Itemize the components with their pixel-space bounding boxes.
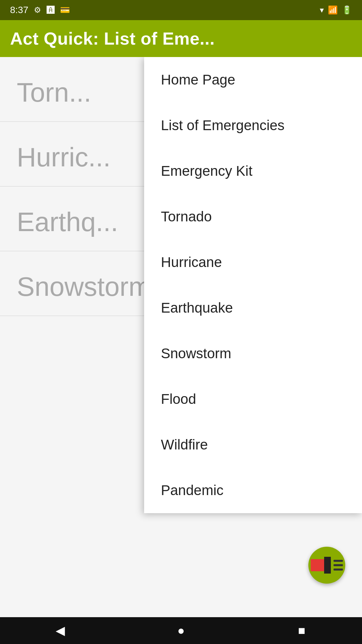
main-content: Torn... Hurric... Earthq... Snowstorm Ho… — [0, 57, 362, 617]
fab-lines — [334, 560, 343, 571]
list-item-text: Hurric... — [17, 142, 111, 172]
dropdown-item-emergency-kit[interactable]: Emergency Kit — [144, 148, 362, 194]
nav-back-button[interactable]: ◀ — [47, 617, 74, 644]
battery-icon: 🔋 — [342, 5, 352, 15]
status-right: ▾ 📶 🔋 — [320, 5, 352, 15]
list-item-text: Snowstorm — [17, 272, 151, 302]
list-item-text: Torn... — [17, 77, 91, 107]
fab-red-block — [311, 559, 324, 571]
dropdown-item-list-of-emergencies[interactable]: List of Emergencies — [144, 103, 362, 148]
wifi-icon: ▾ — [320, 5, 324, 15]
status-bar: 8:37 ⚙ 🅰 💳 ▾ 📶 🔋 — [0, 0, 362, 20]
fab-inner — [311, 557, 343, 574]
dropdown-item-wildfire[interactable]: Wildfire — [144, 422, 362, 468]
status-left: 8:37 ⚙ 🅰 💳 — [10, 5, 70, 15]
fab-button[interactable] — [308, 547, 345, 584]
status-time: 8:37 — [10, 5, 28, 15]
nav-home-button[interactable]: ● — [168, 617, 194, 644]
list-item-text: Earthq... — [17, 207, 118, 237]
dropdown-item-homepage[interactable]: Home Page — [144, 57, 362, 103]
dropdown-item-snowstorm[interactable]: Snowstorm — [144, 331, 362, 376]
dropdown-item-flood[interactable]: Flood — [144, 376, 362, 422]
settings-icon: ⚙ — [34, 5, 41, 15]
dropdown-item-hurricane[interactable]: Hurricane — [144, 239, 362, 285]
signal-icon: 📶 — [328, 5, 338, 15]
app-bar-title: Act Quick: List of Eme... — [10, 29, 215, 49]
text-icon: 🅰 — [47, 5, 55, 15]
sim-icon: 💳 — [60, 5, 70, 15]
dropdown-item-pandemic[interactable]: Pandemic — [144, 468, 362, 513]
app-bar: Act Quick: List of Eme... — [0, 20, 362, 57]
dropdown-item-earthquake[interactable]: Earthquake — [144, 285, 362, 331]
nav-bar: ◀ ● ■ — [0, 617, 362, 644]
dropdown-item-tornado[interactable]: Tornado — [144, 194, 362, 239]
nav-recent-button[interactable]: ■ — [288, 617, 315, 644]
fab-black-block — [324, 557, 331, 574]
dropdown-menu: Home Page List of Emergencies Emergency … — [144, 57, 362, 513]
